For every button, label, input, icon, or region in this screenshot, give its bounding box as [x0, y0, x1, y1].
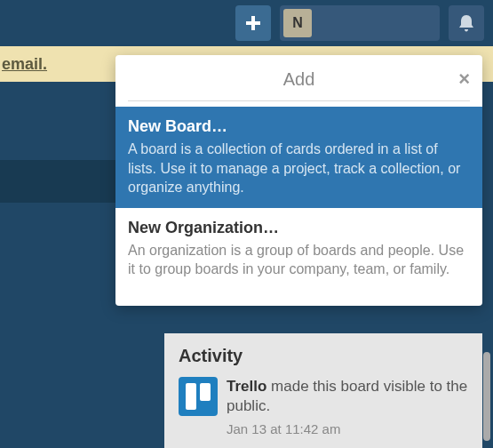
topbar: N: [0, 0, 493, 46]
sidebar-selected-item[interactable]: [0, 160, 115, 203]
activity-panel: Activity Trello made this board visible …: [164, 333, 482, 448]
menu-item-title: New Board…: [128, 117, 470, 136]
activity-actor: Trello: [227, 378, 266, 395]
scrollbar-thumb[interactable]: [483, 352, 490, 441]
activity-body: Trello made this board visible to the pu…: [227, 377, 468, 436]
svg-rect-1: [246, 21, 260, 25]
notifications-button[interactable]: [449, 5, 484, 41]
banner-email-link[interactable]: email.: [2, 55, 47, 74]
trello-icon: [179, 377, 218, 416]
popover-header: Add ×: [128, 64, 470, 101]
add-button[interactable]: [235, 5, 271, 41]
plus-icon: [244, 14, 262, 32]
popover-title: Add: [283, 69, 315, 90]
activity-time: Jan 13 at 11:42 am: [227, 421, 468, 436]
menu-item-title: New Organization…: [128, 219, 470, 237]
activity-text: Trello made this board visible to the pu…: [227, 377, 468, 416]
close-icon[interactable]: ×: [458, 68, 470, 91]
menu-item-new-organization[interactable]: New Organization… An organization is a g…: [115, 208, 482, 290]
add-popover: Add × New Board… A board is a collection…: [115, 55, 482, 306]
activity-heading: Activity: [179, 346, 468, 366]
activity-item: Trello made this board visible to the pu…: [179, 377, 468, 436]
user-menu-button[interactable]: N: [280, 5, 440, 41]
avatar: N: [283, 9, 312, 37]
menu-item-desc: An organization is a group of boards and…: [128, 241, 470, 279]
menu-item-desc: A board is a collection of cards ordered…: [128, 140, 470, 197]
bell-icon: [457, 13, 475, 33]
avatar-initial: N: [292, 15, 303, 31]
menu-item-new-board[interactable]: New Board… A board is a collection of ca…: [115, 107, 482, 208]
